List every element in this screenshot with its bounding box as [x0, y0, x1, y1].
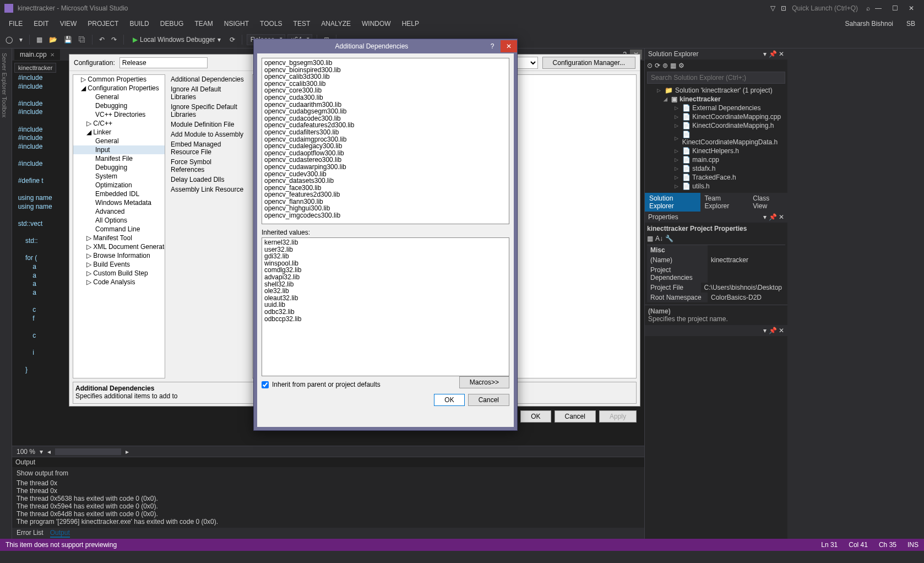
properties-icon[interactable]: ⚙ [678, 62, 684, 69]
solution-item[interactable]: ▷📄 KinectHelpers.h [647, 147, 785, 155]
forward-button[interactable]: ▾ [17, 35, 25, 45]
menu-team[interactable]: TEAM [189, 18, 218, 30]
refresh-icon[interactable]: ⟳ [655, 62, 660, 69]
property-list[interactable]: Additional DependenciesIgnore All Defaul… [169, 74, 249, 378]
tab-solution-explorer[interactable]: Solution Explorer [645, 193, 700, 212]
dialog-close-button[interactable]: ✕ [501, 40, 517, 52]
new-project-icon[interactable]: ▦ [34, 35, 45, 45]
solution-item[interactable]: ▷📄 TrackedFace.h [647, 173, 785, 182]
tree-item[interactable]: Debugging [73, 101, 165, 110]
menu-tools[interactable]: TOOLS [254, 18, 287, 30]
menu-project[interactable]: PROJECT [82, 18, 124, 30]
alphabetical-icon[interactable]: A↓ [655, 235, 663, 242]
solution-item[interactable]: ▷📄 utils.h [647, 182, 785, 191]
menu-help[interactable]: HELP [396, 18, 425, 30]
tab-output[interactable]: Output [50, 529, 70, 538]
notifications-icon[interactable]: ▽ [770, 4, 775, 12]
start-debug-button[interactable]: ▶Local Windows Debugger ▾ [128, 35, 225, 45]
tree-item[interactable]: ▷ Manifest Tool [73, 234, 165, 242]
tree-item[interactable]: Debugging [73, 163, 165, 172]
property-field[interactable]: Assembly Link Resource [169, 185, 249, 194]
tree-item[interactable]: Embedded IDL [73, 190, 165, 198]
ok-button[interactable]: OK [520, 410, 551, 423]
menu-test[interactable]: TEST [288, 18, 316, 30]
property-field[interactable]: Force Symbol References [169, 157, 249, 175]
dialog-cancel-button[interactable]: Cancel [468, 394, 509, 406]
help-button[interactable]: ? [484, 40, 501, 52]
config-manager-button[interactable]: Configuration Manager... [542, 57, 635, 69]
property-field[interactable]: Ignore All Default Libraries [169, 84, 249, 102]
back-button[interactable]: ◯ [3, 35, 15, 45]
solution-item[interactable]: ▷📄 KinectCoordinateMapping.h [647, 121, 785, 130]
solution-search[interactable] [647, 72, 785, 84]
tree-item[interactable]: Advanced [73, 207, 165, 216]
hscroll-left[interactable]: ◂ [47, 448, 51, 456]
menu-nsight[interactable]: NSIGHT [219, 18, 254, 30]
menu-edit[interactable]: EDIT [28, 18, 54, 30]
menu-analyze[interactable]: ANALYZE [316, 18, 356, 30]
tree-item[interactable]: ▷ Browse Information [73, 251, 165, 260]
tree-item[interactable]: ▷ Code Analysis [73, 278, 165, 286]
project-node[interactable]: ◢▣ kinecttracker [647, 95, 785, 104]
tree-item[interactable]: ▷ Custom Build Step [73, 269, 165, 278]
property-pages-icon[interactable]: 🔧 [665, 235, 673, 242]
property-field[interactable]: Module Definition File [169, 120, 249, 129]
solution-root[interactable]: ▷📁 Solution 'kinecttracker' (1 project) [647, 86, 785, 95]
close-button[interactable]: ✕ [903, 2, 920, 15]
hscroll-right[interactable]: ▸ [126, 448, 129, 456]
tree-item[interactable]: ◢ Configuration Properties [73, 84, 165, 93]
server-explorer-tab[interactable]: Server Explorer Toolbox [0, 48, 12, 539]
categorized-icon[interactable]: ▦ [647, 235, 653, 242]
tree-item[interactable]: Command Line [73, 225, 165, 234]
solution-item[interactable]: ▷📄 KinectCoordinateMapping.cpp [647, 112, 785, 121]
tree-item[interactable]: VC++ Directories [73, 110, 165, 119]
menu-debug[interactable]: DEBUG [155, 18, 189, 30]
tree-item[interactable]: ▷ Common Properties [73, 75, 165, 84]
tree-item[interactable]: ▷ C/C++ [73, 119, 165, 128]
debug-dropdown[interactable]: ⟳ [227, 35, 237, 45]
property-field[interactable]: Embed Managed Resource File [169, 139, 249, 157]
home-icon[interactable]: ⊙ [647, 62, 653, 69]
tree-item[interactable]: General [73, 93, 165, 101]
property-field[interactable]: Delay Loaded Dlls [169, 175, 249, 185]
tree-item[interactable]: ◢ Linker [73, 128, 165, 137]
editor-tab-main[interactable]: main.cpp✕ [14, 49, 60, 60]
menu-window[interactable]: WINDOW [356, 18, 396, 30]
solution-item[interactable]: ▷📄 stdafx.h [647, 164, 785, 173]
show-all-icon[interactable]: ▦ [670, 62, 676, 69]
solution-item[interactable]: ▷📄 External Dependencies [647, 104, 785, 112]
undo-icon[interactable]: ↶ [97, 35, 107, 45]
dialog-ok-button[interactable]: OK [434, 394, 464, 406]
menu-build[interactable]: BUILD [124, 18, 154, 30]
cancel-button[interactable]: Cancel [555, 410, 596, 423]
close-icon[interactable]: ✕ [50, 52, 55, 58]
minimize-button[interactable]: — [870, 2, 887, 15]
save-icon[interactable]: 💾 [62, 35, 74, 45]
property-row[interactable]: (Name)kinecttracker [647, 255, 785, 265]
tree-item[interactable]: Windows Metadata [73, 198, 165, 207]
property-field[interactable]: Add Module to Assembly [169, 129, 249, 139]
tab-error-list[interactable]: Error List [17, 529, 44, 538]
property-tree[interactable]: ▷ Common Properties◢ Configuration Prope… [73, 74, 165, 378]
property-row[interactable]: Root NamespaceColorBasics-D2D [647, 293, 785, 302]
menu-view[interactable]: VIEW [55, 18, 83, 30]
property-field[interactable]: Ignore Specific Default Libraries [169, 102, 249, 120]
property-row[interactable]: Project FileC:\Users\bishnois\Desktop [647, 283, 785, 293]
property-row[interactable]: Project Dependencies [647, 265, 785, 283]
tree-item[interactable]: General [73, 137, 165, 145]
maximize-button[interactable]: ☐ [887, 2, 903, 15]
search-icon[interactable]: ⌕ [866, 4, 870, 12]
feedback-icon[interactable]: ⊡ [781, 4, 786, 12]
redo-icon[interactable]: ↷ [109, 35, 119, 45]
tree-item[interactable]: Input [73, 145, 165, 154]
solution-item[interactable]: ▷📄 main.cpp [647, 155, 785, 164]
open-file-icon[interactable]: 📂 [47, 35, 59, 45]
dependencies-textarea[interactable] [262, 58, 509, 224]
tab-team-explorer[interactable]: Team Explorer [700, 193, 749, 212]
tab-class-view[interactable]: Class View [748, 193, 787, 212]
macros-button[interactable]: Macros>> [459, 376, 509, 388]
quick-launch[interactable]: Quick Launch (Ctrl+Q) [792, 4, 858, 12]
menu-file[interactable]: FILE [3, 18, 28, 30]
tree-item[interactable]: ▷ XML Document Generator [73, 242, 165, 251]
config-dropdown[interactable] [119, 57, 208, 68]
